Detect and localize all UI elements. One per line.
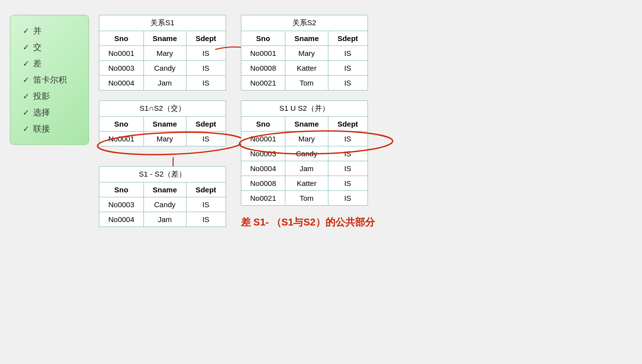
content-area: 关系S1 Sno Sname Sdept No0001 Mary IS No00… bbox=[99, 15, 632, 349]
cell: Tom bbox=[285, 191, 328, 206]
col-sno: Sno bbox=[99, 182, 144, 197]
sidebar-item-选择: ✓选择 bbox=[23, 107, 76, 118]
table-row: No0003 Candy IS bbox=[241, 146, 367, 161]
cell: IS bbox=[186, 197, 226, 212]
sidebar-item-笛卡尔积: ✓笛卡尔积 bbox=[23, 74, 76, 86]
sidebar-item-label: 并 bbox=[33, 25, 42, 37]
cell: No0008 bbox=[241, 61, 285, 76]
cell: No0021 bbox=[241, 191, 285, 206]
cell: Katter bbox=[285, 176, 328, 191]
col-sname: Sname bbox=[143, 182, 186, 197]
intersect-table-container: S1∩S2（交） Sno Sname Sdept No0001 Mary IS bbox=[99, 100, 226, 146]
check-icon: ✓ bbox=[23, 59, 29, 68]
left-bottom: S1∩S2（交） Sno Sname Sdept No0001 Mary IS bbox=[99, 100, 226, 227]
col-sno: Sno bbox=[241, 117, 285, 132]
col-sdept: Sdept bbox=[186, 182, 226, 197]
s2-col-sdept: Sdept bbox=[328, 31, 367, 46]
table-row: No0004 Jam IS bbox=[241, 161, 367, 176]
cell: IS bbox=[186, 132, 226, 146]
s1-table: 关系S1 Sno Sname Sdept No0001 Mary IS No00… bbox=[99, 15, 226, 91]
sidebar-item-label: 交 bbox=[33, 42, 42, 53]
sidebar-item-label: 联接 bbox=[33, 123, 50, 135]
table-row: No0003 Candy IS bbox=[99, 61, 226, 76]
cell: Mary bbox=[285, 46, 328, 61]
check-icon: ✓ bbox=[23, 43, 29, 52]
right-bottom: S1 U S2（并） Sno Sname Sdept No0001 Mary I… bbox=[241, 100, 375, 229]
s2-col-sno: Sno bbox=[241, 31, 285, 46]
check-icon: ✓ bbox=[23, 26, 29, 36]
cell: No0003 bbox=[99, 61, 144, 76]
sidebar-item-投影: ✓投影 bbox=[23, 91, 76, 102]
s1-col-sno: Sno bbox=[99, 31, 144, 46]
sidebar: ✓并✓交✓差✓笛卡尔积✓投影✓选择✓联接 bbox=[10, 15, 89, 145]
cell: IS bbox=[328, 161, 367, 176]
sidebar-item-label: 笛卡尔积 bbox=[33, 74, 67, 86]
cell: No0001 bbox=[241, 132, 285, 146]
sidebar-item-交: ✓交 bbox=[23, 42, 76, 53]
check-icon: ✓ bbox=[23, 108, 29, 117]
cell: No0004 bbox=[241, 161, 285, 176]
diff-table-container: S1 - S2（差） Sno Sname Sdept No0003 Candy … bbox=[99, 166, 226, 227]
cell: Candy bbox=[143, 61, 186, 76]
table-row: No0008 Katter IS bbox=[241, 61, 367, 76]
bottom-section: S1∩S2（交） Sno Sname Sdept No0001 Mary IS bbox=[99, 100, 632, 229]
union-title: S1 U S2（并） bbox=[241, 101, 367, 117]
col-sdept: Sdept bbox=[328, 117, 367, 132]
cell: No0004 bbox=[99, 76, 144, 91]
s2-col-sname: Sname bbox=[285, 31, 328, 46]
table-row: No0021 Tom IS bbox=[241, 191, 367, 206]
table-row: No0001 Mary IS bbox=[99, 46, 226, 61]
cell: No0008 bbox=[241, 176, 285, 191]
union-table-container: S1 U S2（并） Sno Sname Sdept No0001 Mary I… bbox=[241, 100, 375, 206]
s1-table-container: 关系S1 Sno Sname Sdept No0001 Mary IS No00… bbox=[99, 15, 226, 91]
intersect-title: S1∩S2（交） bbox=[99, 101, 226, 117]
cell: IS bbox=[328, 132, 367, 146]
table-row: No0001 Mary IS bbox=[99, 132, 226, 146]
cell: IS bbox=[186, 76, 226, 91]
check-icon: ✓ bbox=[23, 75, 29, 85]
check-icon: ✓ bbox=[23, 124, 29, 134]
cell: IS bbox=[328, 146, 367, 161]
cell: IS bbox=[328, 61, 367, 76]
table-row: No0004 Jam IS bbox=[99, 76, 226, 91]
sidebar-item-label: 投影 bbox=[33, 91, 50, 102]
sidebar-item-label: 差 bbox=[33, 58, 42, 69]
s1-col-sdept: Sdept bbox=[186, 31, 226, 46]
cell: IS bbox=[328, 46, 367, 61]
s1-col-sname: Sname bbox=[143, 31, 186, 46]
table-row: No0004 Jam IS bbox=[99, 212, 226, 227]
diff-table: S1 - S2（差） Sno Sname Sdept No0003 Candy … bbox=[99, 166, 226, 227]
cell: IS bbox=[328, 176, 367, 191]
cell: Candy bbox=[285, 146, 328, 161]
top-row: 关系S1 Sno Sname Sdept No0001 Mary IS No00… bbox=[99, 15, 632, 91]
s2-table: 关系S2 Sno Sname Sdept No0001 Mary IS No00… bbox=[241, 15, 368, 91]
cell: No0001 bbox=[99, 46, 144, 61]
sidebar-item-差: ✓差 bbox=[23, 58, 76, 69]
cell: Mary bbox=[143, 132, 186, 146]
cell: Jam bbox=[143, 212, 186, 227]
cell: Mary bbox=[285, 132, 328, 146]
sidebar-item-label: 选择 bbox=[33, 107, 50, 118]
diff-title: S1 - S2（差） bbox=[99, 167, 226, 182]
cell: No0003 bbox=[241, 146, 285, 161]
col-sno: Sno bbox=[99, 117, 144, 132]
cell: No0021 bbox=[241, 76, 285, 91]
col-sdept: Sdept bbox=[186, 117, 226, 132]
cell: No0003 bbox=[99, 197, 144, 212]
table-row: No0021 Tom IS bbox=[241, 76, 367, 91]
intersect-table: S1∩S2（交） Sno Sname Sdept No0001 Mary IS bbox=[99, 100, 226, 146]
cell: No0001 bbox=[99, 132, 144, 146]
sidebar-item-并: ✓并 bbox=[23, 25, 76, 37]
table-row: No0001 Mary IS bbox=[241, 46, 367, 61]
cell: Jam bbox=[285, 161, 328, 176]
check-icon: ✓ bbox=[23, 91, 29, 101]
table-row: No0003 Candy IS bbox=[99, 197, 226, 212]
cell: Candy bbox=[143, 197, 186, 212]
note-text: 差 S1- （S1与S2）的公共部分 bbox=[241, 216, 375, 229]
s2-table-container: 关系S2 Sno Sname Sdept No0001 Mary IS No00… bbox=[241, 15, 368, 91]
s2-title: 关系S2 bbox=[241, 15, 367, 31]
cell: IS bbox=[328, 76, 367, 91]
col-sname: Sname bbox=[143, 117, 186, 132]
cell: Jam bbox=[143, 76, 186, 91]
table-row: No0008 Katter IS bbox=[241, 176, 367, 191]
